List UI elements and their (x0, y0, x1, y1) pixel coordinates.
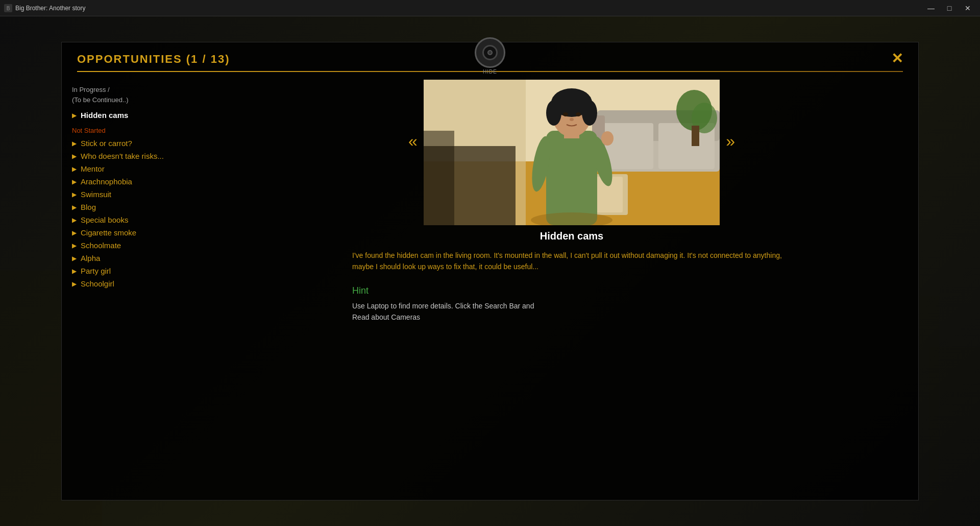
svg-point-27 (601, 131, 614, 146)
arrow-icon: ▶ (72, 178, 77, 185)
hidden-cams-label: Hidden cams (81, 111, 128, 119)
arrow-icon: ▶ (72, 242, 77, 249)
item-label: Cigarette smoke (81, 228, 136, 237)
hint-text-line1: Use Laptop to find more details. Click t… (352, 300, 791, 312)
opportunity-special-books[interactable]: ▶ Special books (72, 213, 215, 226)
arrow-icon: ▶ (72, 280, 77, 288)
opportunity-schoolmate[interactable]: ▶ Schoolmate (72, 239, 215, 252)
panel-header: OPPORTUNITIES (1 / 13) HIDE ✕ (62, 42, 918, 66)
scene-image (424, 80, 720, 225)
status-not-started-label: Not Started (72, 127, 215, 134)
hide-label: HIDE (483, 69, 497, 75)
arrow-icon: ▶ (72, 229, 77, 236)
svg-text:B: B (7, 6, 10, 11)
panel-title: OPPORTUNITIES (1 / 13) (77, 53, 230, 66)
right-content: « (225, 80, 918, 496)
arrow-icon: ▶ (72, 217, 77, 224)
item-label: Who doesn't take risks... (81, 152, 164, 160)
svg-rect-16 (424, 131, 454, 225)
svg-point-22 (582, 100, 597, 126)
hint-section: Hint Use Laptop to find more details. Cl… (352, 285, 791, 323)
arrow-icon: ▶ (72, 153, 77, 160)
opportunities-panel: OPPORTUNITIES (1 / 13) HIDE ✕ In (61, 42, 919, 500)
svg-rect-17 (546, 131, 597, 225)
opportunity-stick-or-carrot[interactable]: ▶ Stick or carrot? (72, 137, 215, 150)
nav-arrow-left[interactable]: « (408, 132, 418, 151)
arrow-icon: ▶ (72, 140, 77, 147)
scene-title: Hidden cams (235, 230, 908, 242)
scene-description: I've found the hidden cam in the living … (352, 247, 791, 275)
opportunity-party-girl[interactable]: ▶ Party girl (72, 265, 215, 277)
opportunity-cigarette-smoke[interactable]: ▶ Cigarette smoke (72, 226, 215, 239)
item-label: Swimsuit (81, 190, 111, 199)
camera-icon (475, 37, 505, 68)
camera-icon-container: HIDE (475, 37, 505, 75)
scene-image-wrapper: « (424, 80, 720, 225)
item-label: Blog (81, 203, 96, 211)
arrow-icon: ▶ (72, 204, 77, 211)
opportunity-who-doesnt-take-risks[interactable]: ▶ Who doesn't take risks... (72, 150, 215, 162)
arrow-icon: ▶ (72, 255, 77, 262)
active-arrow-icon: ▶ (72, 112, 77, 119)
item-label: Mentor (81, 164, 105, 173)
item-label: Party girl (81, 267, 111, 275)
arrow-icon: ▶ (72, 165, 77, 173)
opportunity-swimsuit[interactable]: ▶ Swimsuit (72, 188, 215, 201)
opportunity-arachnophobia[interactable]: ▶ Arachnophobia (72, 175, 215, 188)
item-label: Stick or carrot? (81, 139, 132, 148)
schoolmate-label: Schoolmate (81, 241, 121, 250)
nav-arrow-right[interactable]: » (726, 132, 735, 151)
title-bar: B Big Brother: Another story — □ ✕ (0, 0, 980, 16)
opportunity-hidden-cams[interactable]: ▶ Hidden cams (72, 109, 215, 122)
svg-point-25 (570, 118, 574, 121)
svg-point-24 (576, 112, 581, 116)
opportunity-alpha[interactable]: ▶ Alpha (72, 252, 215, 265)
svg-rect-14 (692, 126, 699, 146)
opportunity-mentor[interactable]: ▶ Mentor (72, 162, 215, 175)
app-icon: B (4, 4, 12, 12)
item-label: Arachnophobia (81, 177, 132, 186)
item-label: Alpha (81, 254, 100, 262)
arrow-icon: ▶ (72, 268, 77, 275)
maximize-button[interactable]: □ (941, 1, 958, 15)
hint-title: Hint (352, 285, 791, 296)
opportunities-list: In Progress / (To be Continued..) ▶ Hidd… (62, 80, 225, 496)
item-label: Special books (81, 216, 128, 224)
camera-dot (487, 50, 493, 55)
hint-text-line2: Read about Cameras (352, 312, 791, 323)
camera-lens (482, 45, 498, 60)
arrow-icon: ▶ (72, 191, 77, 198)
window-controls: — □ ✕ (923, 1, 976, 15)
content-area: In Progress / (To be Continued..) ▶ Hidd… (62, 80, 918, 496)
main-background: OPPORTUNITIES (1 / 13) HIDE ✕ In (0, 16, 980, 526)
opportunity-blog[interactable]: ▶ Blog (72, 201, 215, 213)
opportunity-schoolgirl[interactable]: ▶ Schoolgirl (72, 277, 215, 290)
status-in-progress-label: In Progress / (To be Continued..) (72, 85, 215, 105)
minimize-button[interactable]: — (923, 1, 939, 15)
panel-close-button[interactable]: ✕ (891, 50, 903, 67)
svg-point-21 (546, 100, 561, 126)
close-button[interactable]: ✕ (960, 1, 976, 15)
svg-point-23 (563, 112, 568, 116)
window-title: Big Brother: Another story (15, 5, 923, 12)
item-label: Schoolgirl (81, 279, 114, 288)
